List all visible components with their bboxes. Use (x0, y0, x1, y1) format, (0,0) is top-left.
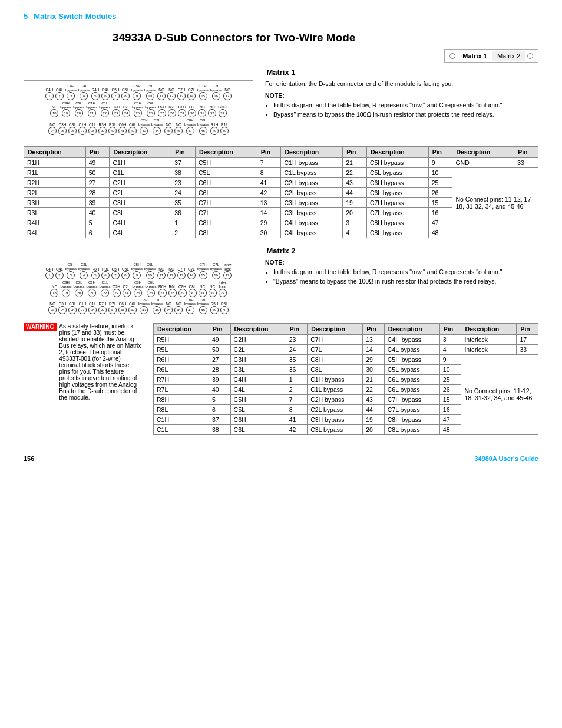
table-cell: 2 (286, 384, 308, 394)
table-cell: C2L (230, 344, 286, 354)
table-cell: C8L (195, 228, 257, 238)
table-cell: 49 (209, 334, 231, 344)
table-cell: 26 (439, 384, 461, 394)
table-cell: C3L bypass (281, 207, 343, 218)
matrix2-note-2: "Bypass" means to bypass the 100Ω in-rus… (273, 278, 538, 285)
table-cell: 41 (286, 414, 308, 424)
table-cell: C6H (230, 414, 286, 424)
matrix1-section-title: Matrix 1 (24, 68, 538, 77)
table-cell: 38 (209, 424, 231, 434)
table-cell: 30 (363, 364, 385, 374)
table-cell: 23 (171, 177, 196, 187)
table-cell: C4L (230, 384, 286, 394)
table-cell: C8L (308, 364, 363, 374)
table-cell: C3L (110, 207, 171, 218)
table-cell: C7L bypass (384, 404, 439, 414)
table-cell: C6L bypass (366, 187, 428, 197)
table-cell: C6L bypass (384, 374, 439, 384)
table-cell: C5L (195, 167, 257, 177)
table-cell: 39 (209, 374, 231, 384)
table-cell: C3L bypass (308, 424, 363, 434)
table-cell: 49 (85, 157, 110, 167)
matrix2-notes-panel: NOTE: In this diagram and the table belo… (265, 259, 538, 287)
table-cell: C6L (195, 187, 257, 197)
table-cell: C5H bypass (384, 354, 439, 364)
table-cell: 50 (209, 344, 231, 354)
table-cell: C6L (230, 424, 286, 434)
table-cell: C7H (195, 197, 257, 207)
table-cell: R2H (24, 177, 86, 187)
m2-th-desc4: Description (384, 323, 439, 334)
table-cell: 43 (363, 394, 385, 404)
table-cell: C4L bypass (384, 344, 439, 354)
table-cell: C1L bypass (308, 384, 363, 394)
table-cell: C4H (230, 374, 286, 384)
table-cell: C2H (110, 177, 171, 187)
matrix2-notes-list: In this diagram and the table below, R r… (273, 268, 538, 285)
table-cell: C4H (110, 218, 171, 228)
table-cell: 7 (286, 394, 308, 404)
table-cell: R7L (154, 384, 209, 394)
table-cell: C3H (110, 197, 171, 207)
m2-th-pin3: Pin (363, 323, 385, 334)
table-cell: 10 (428, 167, 452, 177)
warning-box: WARNING As a safety feature, interlock p… (24, 323, 141, 401)
table-cell: 35 (286, 354, 308, 364)
table-cell: 28 (85, 187, 110, 197)
matrix1-btn[interactable]: Matrix 1 (458, 51, 492, 61)
matrix2-table-section: Description Pin Description Pin Descript… (153, 323, 538, 443)
table-cell: R5H (154, 334, 209, 344)
table-cell: 4 (343, 228, 367, 238)
m2-th-desc1: Description (154, 323, 209, 334)
table-cell: C5L bypass (384, 364, 439, 374)
table-cell: 48 (428, 228, 452, 238)
table-cell: C2H (230, 334, 286, 344)
table-cell: 26 (428, 187, 452, 197)
table-cell: C4L (110, 228, 171, 238)
table-cell: C6H (195, 177, 257, 187)
table-cell: C4H bypass (281, 218, 343, 228)
matrix2-btn[interactable]: Matrix 2 (492, 51, 525, 61)
table-cell: 25 (428, 177, 452, 187)
table-cell: C6H bypass (366, 177, 428, 187)
table-cell: R3L (24, 207, 86, 218)
m1-th-desc4: Description (281, 146, 343, 157)
table-cell: 5 (85, 218, 110, 228)
table-cell: 44 (343, 187, 367, 197)
table-cell: 37 (209, 414, 231, 424)
table-cell: 16 (439, 404, 461, 414)
table-cell: Interlock (461, 344, 517, 354)
m1-th-pin4: Pin (343, 146, 367, 157)
table-cell: C7L bypass (366, 207, 428, 218)
table-cell: 13 (363, 334, 385, 344)
warning-label: WARNING (24, 323, 57, 331)
table-cell: 24 (286, 344, 308, 354)
table-row: R5H49C2H23C7H13C4H bypass3Interlock17 (154, 334, 538, 344)
table-cell: C2L bypass (281, 187, 343, 197)
m1-th-pin1: Pin (85, 146, 110, 157)
table-cell: 20 (363, 424, 385, 434)
table-cell: C4H bypass (384, 334, 439, 344)
m1-th-pin5: Pin (428, 146, 452, 157)
table-cell: C8H (195, 218, 257, 228)
table-cell: 1 (286, 374, 308, 384)
matrix2-note-1: In this diagram and the table below, R r… (273, 268, 538, 275)
table-cell: 8 (286, 404, 308, 414)
table-cell: C7H bypass (366, 197, 428, 207)
table-cell: 22 (343, 167, 367, 177)
table-cell: 47 (428, 218, 452, 228)
table-row: R1H49C1H37C5H7C1H bypass21C5H bypass9GND… (24, 157, 538, 167)
table-cell: 21 (343, 157, 367, 167)
table-cell: C1H (110, 157, 171, 167)
table-cell: 48 (439, 424, 461, 434)
table-cell: C1L (154, 424, 209, 434)
m2-th-desc3: Description (308, 323, 363, 334)
table-cell: C8H bypass (384, 414, 439, 424)
table-cell: 30 (257, 228, 281, 238)
table-cell: 44 (363, 404, 385, 414)
table-row: R6H27C3H35C8H29C5H bypass9No Connect pin… (154, 354, 538, 364)
table-cell: C5H (195, 157, 257, 167)
table-cell: C7H bypass (384, 394, 439, 404)
table-cell: C4L bypass (281, 228, 343, 238)
table-cell: 21 (363, 374, 385, 384)
